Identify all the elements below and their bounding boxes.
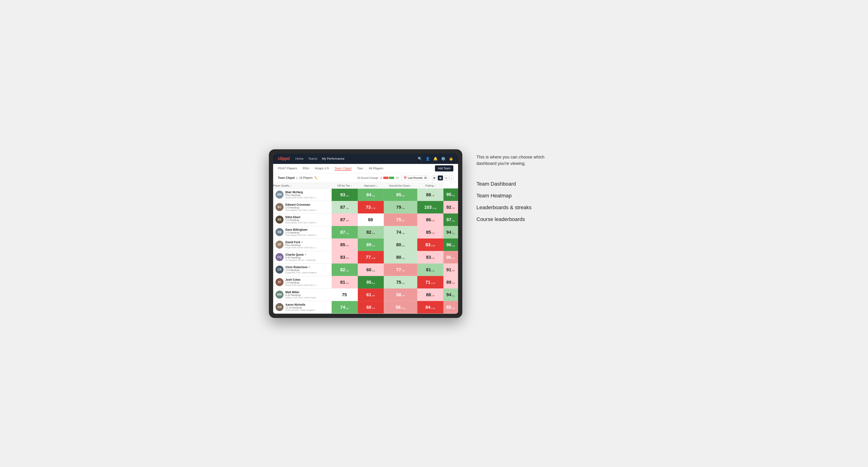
stat-change: 2▲ — [402, 282, 405, 284]
stat-change: 11▼ — [371, 207, 376, 210]
stat-change: 4▼ — [452, 307, 455, 309]
stat-approach: 75 3▼ — [384, 214, 417, 226]
stat-change: 21▲ — [431, 307, 435, 309]
stat-value: 71 — [426, 280, 431, 285]
player-info: Blair McHarg Plus Handicap Royal North D… — [285, 191, 329, 199]
player-cell[interactable]: MM Matt Miller 6-10 Handicap Woburn Golf… — [273, 288, 332, 301]
stat-change: 1▲ — [402, 232, 405, 235]
stat-change: 4▲ — [346, 195, 349, 197]
player-cell[interactable]: DF David Ford ✔ Plus Handicap Royal Nort… — [273, 239, 332, 251]
tablet-frame: clippd Home Teams My Performance 🔍 👤 🔔 ⚙… — [269, 149, 462, 318]
player-row-6[interactable]: CR Chris Robertson ✔ 1-5 Handicap Craigm… — [273, 264, 332, 276]
stat-player-quality: 85 3▼ — [332, 239, 358, 251]
stat-around-green: 84 21▲ — [417, 301, 443, 313]
stat-around-green: 83 6▼ — [417, 251, 443, 263]
subnav-tour[interactable]: Tour — [357, 166, 363, 170]
calendar-icon: 📅 — [404, 177, 407, 180]
stat-change: 11▼ — [431, 282, 435, 284]
player-name: Chris Robertson ✔ — [285, 266, 329, 269]
bell-icon[interactable]: 🔔 — [433, 157, 438, 161]
stat-change: 6▼ — [431, 257, 435, 259]
stat-value: 75 — [396, 217, 401, 222]
stat-around-green: 85 3▼ — [417, 226, 443, 239]
list-view-button[interactable]: ≡ — [444, 176, 448, 181]
view-icons: ⊞ ▦ ≡ ↓ — [432, 176, 453, 181]
stat-change: 5▲ — [452, 220, 455, 222]
app-logo: clippd — [278, 156, 290, 161]
stat-value: 86 — [426, 217, 431, 222]
add-team-button[interactable]: Add Team — [435, 165, 453, 172]
stat-value: 87 — [340, 217, 345, 222]
stat-player-quality: 83 3▼ — [332, 251, 358, 263]
nav-link-home[interactable]: Home — [295, 157, 304, 160]
stat-change: 1▲ — [452, 232, 455, 235]
player-avatar: EE — [276, 216, 283, 224]
subnav-all-players[interactable]: All Players — [369, 166, 383, 170]
bar-red — [383, 177, 389, 179]
subnav-pga[interactable]: PGA — [303, 166, 309, 170]
stat-putting: 95 9▲ — [443, 188, 458, 201]
stat-value: 97 — [446, 217, 451, 222]
player-row-4[interactable]: DF David Ford ✔ Plus Handicap Royal Nort… — [273, 239, 332, 251]
stat-value: 58 — [396, 305, 401, 310]
nav-bar: clippd Home Teams My Performance 🔍 👤 🔔 ⚙… — [273, 154, 458, 164]
subnav-hcaps[interactable]: Hcaps 1-5 — [315, 166, 329, 170]
stat-off-tee: 60 1▼ — [358, 301, 384, 313]
player-row-9[interactable]: AN Aaron Nicholls 11-15 Handicap Drift G… — [273, 301, 332, 313]
settings-icon[interactable]: ⚙️ — [441, 157, 445, 161]
player-row-3[interactable]: DB Dave Billingham 1-5 Handicap Gog Mago… — [273, 226, 332, 239]
player-name: Josh Coles — [285, 278, 329, 281]
search-icon[interactable]: 🔍 — [418, 157, 422, 161]
player-cell[interactable]: JC Josh Coles 1-5 Handicap Royal North D… — [273, 276, 332, 288]
player-club: Royal North Devon Golf Club, United King… — [285, 196, 318, 199]
round-change: 20 Round Change -5 +5 — [357, 177, 399, 179]
subnav-team-clippd[interactable]: Team Clippd — [335, 166, 351, 170]
stat-value: 85 — [340, 242, 345, 247]
player-club: Gog Magog Golf Club, United Kingdom — [285, 234, 318, 236]
profile-icon[interactable]: 👤 — [426, 157, 430, 161]
player-info: Elliot Ebert 1-5 Handicap Sunningdale Go… — [285, 216, 329, 224]
edit-icon[interactable]: ✏️ — [314, 177, 318, 180]
player-cell[interactable]: EE Elliot Ebert 1-5 Handicap Sunningdale… — [273, 214, 332, 226]
player-cell[interactable]: CQ Charlie Quick ✔ 6-10 Handicap St. Geo… — [273, 251, 332, 263]
stat-putting: 97 5▲ — [443, 214, 458, 226]
stat-value: 85 — [396, 192, 401, 197]
player-club: Woburn Golf Club, United Kingdom — [285, 297, 318, 299]
player-info: Matt Miller 6-10 Handicap Woburn Golf Cl… — [285, 290, 329, 299]
player-row-7[interactable]: JC Josh Coles 1-5 Handicap Royal North D… — [273, 276, 332, 288]
last-rounds-button[interactable]: 📅 Last Rounds: 20 — [401, 175, 429, 181]
nav-link-teams[interactable]: Teams — [308, 157, 317, 160]
player-cell[interactable]: EC Edward Crossman 1-5 Handicap Sunningd… — [273, 201, 332, 214]
stat-value: 95 — [446, 192, 451, 197]
heatmap-view-button[interactable]: ▦ — [438, 176, 443, 181]
player-cell[interactable]: AN Aaron Nicholls 11-15 Handicap Drift G… — [273, 301, 332, 313]
stat-value: 82 — [366, 230, 371, 235]
player-handicap: 11-15 Handicap — [285, 306, 329, 309]
player-avatar: EC — [276, 203, 283, 211]
stat-change: 8▲ — [346, 307, 349, 309]
menu-item-1: Team Heatmap — [476, 193, 547, 199]
subnav-pgat[interactable]: PGAT Players — [278, 166, 297, 170]
stat-change: 1▲ — [346, 207, 349, 210]
player-row-0[interactable]: BM Blair McHarg Plus Handicap Royal Nort… — [273, 189, 332, 201]
stat-value: 88 — [426, 192, 431, 197]
stat-off-tee: 88 — [358, 214, 384, 226]
nav-link-my-performance[interactable]: My Performance — [322, 157, 344, 160]
download-button[interactable]: ↓ — [450, 176, 454, 181]
player-row-5[interactable]: CQ Charlie Quick ✔ 6-10 Handicap St. Geo… — [273, 251, 332, 263]
stat-around-green: 103 15▲ — [417, 201, 443, 214]
player-row-1[interactable]: EC Edward Crossman 1-5 Handicap Sunningd… — [273, 201, 332, 214]
player-row-8[interactable]: MM Matt Miller 6-10 Handicap Woburn Golf… — [273, 289, 332, 301]
nav-links: Home Teams My Performance — [295, 157, 412, 160]
grid-view-button[interactable]: ⊞ — [432, 176, 437, 181]
stat-change: 4▲ — [431, 270, 435, 272]
user-avatar-icon[interactable]: 👨 — [449, 157, 453, 161]
annotation-description: This is where you can choose which dashb… — [476, 154, 547, 167]
stat-change: 4▼ — [402, 294, 405, 297]
player-cell[interactable]: BM Blair McHarg Plus Handicap Royal Nort… — [273, 188, 332, 201]
player-cell[interactable]: DB Dave Billingham 1-5 Handicap Gog Mago… — [273, 226, 332, 239]
player-cell[interactable]: CR Chris Robertson ✔ 1-5 Handicap Craigm… — [273, 263, 332, 276]
col-header-off-tee: Off the Tee ↓ — [332, 183, 358, 189]
player-info: Edward Crossman 1-5 Handicap Sunningdale… — [285, 203, 329, 211]
player-row-2[interactable]: EE Elliot Ebert 1-5 Handicap Sunningdale… — [273, 214, 332, 226]
